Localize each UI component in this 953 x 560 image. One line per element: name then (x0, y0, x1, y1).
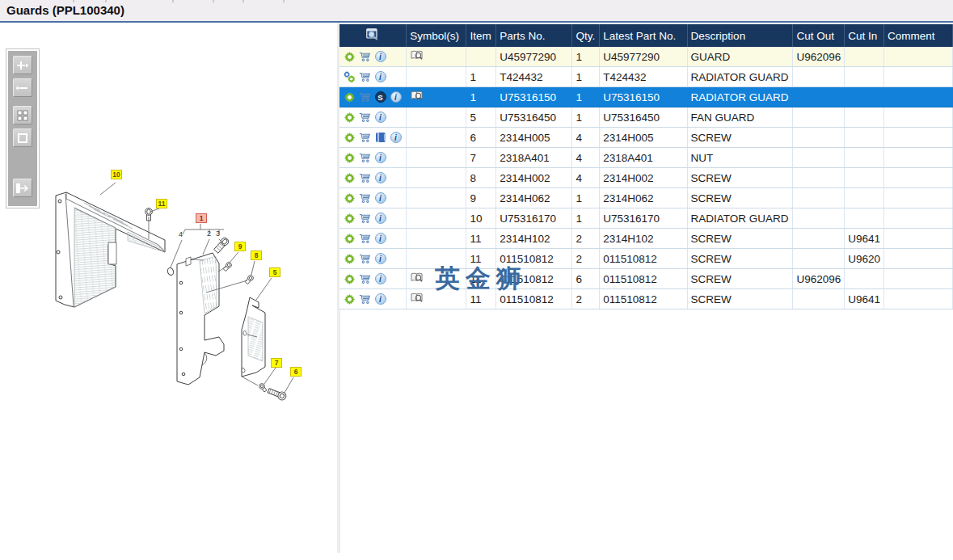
cut-in-cell (845, 107, 884, 128)
table-row[interactable]: Si1U753161501U75316150RADIATOR GUARD (339, 87, 953, 107)
gear-icon[interactable] (344, 132, 356, 144)
zoom-in-button[interactable] (13, 56, 32, 74)
callout-9[interactable]: 9 (234, 242, 246, 251)
gear-icon[interactable] (344, 51, 356, 63)
table-row[interactable]: i10U753161701U75316170RADIATOR GUARD (339, 208, 953, 229)
cut-out-cell (793, 168, 845, 188)
gear-icon[interactable] (344, 293, 356, 305)
cut-out-cell (793, 128, 845, 148)
comment-cell (884, 289, 953, 309)
gear-double-icon[interactable] (344, 71, 356, 83)
table-row[interactable]: i110115108126011510812SCREWU962096 (339, 269, 953, 289)
description-cell: SCREW (687, 128, 793, 148)
fit-view-button[interactable] (13, 128, 32, 147)
latest-part-no-cell: T424432 (600, 67, 687, 87)
table-row[interactable]: i1T4244321T424432RADIATOR GUARD (339, 67, 953, 87)
qty-cell: 6 (572, 269, 600, 289)
table-row[interactable]: i110115108122011510812SCREWU9641 (339, 289, 953, 309)
info-icon[interactable]: i (374, 152, 386, 164)
callout-10[interactable]: 10 (111, 170, 122, 179)
table-row[interactable]: i82314H00242314H002SCREW (339, 168, 953, 188)
callout-1[interactable]: 1 (196, 213, 207, 223)
table-row[interactable]: i110115108122011510812SCREWU9620 (339, 249, 953, 269)
info-icon[interactable]: i (374, 51, 386, 63)
gear-icon[interactable] (344, 213, 356, 225)
info-icon[interactable]: i (390, 91, 402, 103)
symbol-cell (407, 67, 466, 87)
callout-6[interactable]: 6 (290, 367, 302, 377)
s-badge-icon[interactable]: S (374, 91, 386, 103)
info-icon[interactable]: i (374, 192, 386, 204)
cut-in-cell (845, 87, 884, 107)
table-row[interactable]: i92314H06212314H062SCREW (339, 188, 953, 208)
cut-in-cell (845, 208, 884, 229)
table-row[interactable]: i5U753164501U75316450FAN GUARD (339, 107, 953, 128)
cart-icon[interactable] (359, 253, 371, 265)
comment-cell (884, 188, 953, 208)
qty-cell: 2 (572, 229, 600, 249)
table-row[interactable]: i72318A40142318A401NUT (339, 148, 953, 168)
parts-no-cell: 2314H005 (496, 128, 572, 148)
info-icon[interactable]: i (390, 132, 402, 144)
comment-cell (884, 67, 953, 87)
gear-icon[interactable] (344, 112, 356, 124)
gear-icon[interactable] (344, 273, 356, 285)
gear-icon[interactable] (344, 253, 356, 265)
gear-icon[interactable] (344, 172, 356, 184)
table-row[interactable]: i112314H10222314H102SCREWU9641 (339, 229, 953, 249)
cart-icon[interactable] (359, 152, 371, 164)
latest-part-no-cell: 2314H062 (600, 188, 687, 208)
table-row[interactable]: iU459772901U45977290GUARDU962096 (339, 47, 953, 67)
callout-8[interactable]: 8 (251, 251, 262, 260)
column-header-parts-no: Parts No. (496, 24, 572, 47)
book-search-icon[interactable] (410, 274, 424, 286)
cart-icon[interactable] (359, 233, 371, 245)
cart-icon[interactable] (359, 51, 371, 63)
description-cell: GUARD (687, 47, 793, 67)
cut-out-cell: U962096 (793, 269, 845, 289)
table-header-row: Symbol(s)ItemParts No.Qty.Latest Part No… (339, 24, 953, 47)
cart-icon[interactable] (359, 213, 371, 225)
callout-7[interactable]: 7 (271, 358, 282, 368)
info-icon[interactable]: i (374, 172, 386, 184)
gear-icon[interactable] (344, 152, 356, 164)
cart-icon[interactable] (359, 273, 371, 285)
toggle-panel-button[interactable] (13, 179, 32, 197)
cart-icon[interactable] (359, 132, 371, 144)
cart-icon[interactable] (359, 192, 371, 204)
book-search-icon[interactable] (410, 294, 424, 306)
gear-icon[interactable] (344, 192, 356, 204)
cut-out-cell (793, 148, 845, 168)
cart-icon[interactable] (359, 71, 371, 83)
table-row[interactable]: i62314H00542314H005SCREW (339, 128, 953, 148)
callout-5[interactable]: 5 (269, 267, 280, 277)
info-icon[interactable]: i (374, 213, 386, 225)
latest-part-no-cell: 011510812 (600, 289, 687, 309)
qty-cell: 2 (572, 289, 600, 309)
title-bar: Guards (PPL100340) (0, 0, 953, 23)
book-search-icon[interactable] (410, 92, 424, 104)
gear-icon[interactable] (344, 233, 356, 245)
zoom-out-button[interactable] (13, 78, 32, 97)
row-actions: i (339, 208, 407, 229)
info-icon[interactable]: i (374, 233, 386, 245)
info-icon[interactable]: i (374, 273, 386, 285)
cart-icon[interactable] (359, 172, 371, 184)
cart-icon[interactable] (359, 91, 371, 103)
cut-out-cell (793, 107, 845, 128)
tile-view-button[interactable] (13, 106, 32, 124)
row-actions: i (339, 229, 407, 249)
callout-11[interactable]: 11 (156, 199, 167, 208)
info-icon[interactable]: i (374, 293, 386, 305)
book-search-icon[interactable] (410, 52, 424, 64)
cart-icon[interactable] (359, 112, 371, 124)
qty-cell: 2 (572, 249, 600, 269)
info-icon[interactable]: i (374, 112, 386, 124)
bluebook-icon[interactable] (374, 132, 386, 144)
cart-icon[interactable] (359, 293, 371, 305)
info-icon[interactable]: i (374, 71, 386, 83)
gear-icon[interactable] (344, 91, 356, 103)
info-icon[interactable]: i (374, 253, 386, 265)
item-cell: 8 (466, 168, 496, 188)
qty-cell: 4 (572, 148, 600, 168)
